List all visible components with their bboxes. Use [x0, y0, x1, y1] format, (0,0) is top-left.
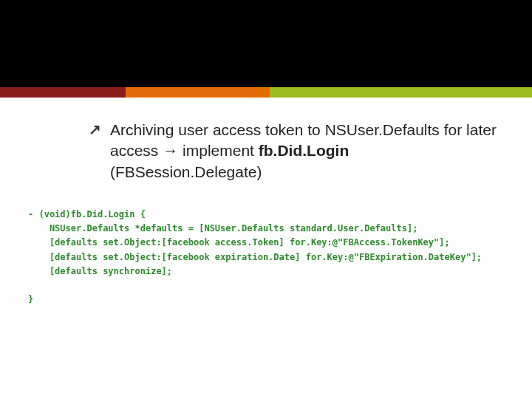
slide-header	[0, 0, 532, 87]
bullet-item: ↗ Archiving user access token to NSUser.…	[89, 120, 502, 183]
bullet-text: Archiving user access token to NSUser.De…	[110, 120, 502, 183]
slide-body: ↗ Archiving user access token to NSUser.…	[0, 98, 532, 313]
bullet-part-3: (FBSession.Delegate)	[110, 163, 262, 180]
accent-bar	[0, 87, 532, 98]
bullet-part-2: implement	[178, 142, 259, 159]
code-line-1: - (void)fb.Did.Login {	[28, 209, 146, 219]
accent-bar-red	[0, 87, 126, 98]
code-line-6: }	[28, 294, 33, 304]
code-line-2: NSUser.Defaults *defaults = [NSUser.Defa…	[28, 223, 417, 233]
inline-arrow-icon: →	[163, 142, 178, 159]
bullet-bold: fb.Did.Login	[259, 142, 349, 159]
code-line-3: [defaults set.Object:[facebook access.To…	[28, 237, 450, 248]
accent-bar-orange	[126, 87, 270, 98]
bullet-arrow-icon: ↗	[89, 120, 101, 139]
code-line-5: [defaults synchronize];	[28, 266, 172, 276]
code-snippet: - (void)fb.Did.Login { NSUser.Defaults *…	[7, 202, 532, 313]
accent-bar-green	[270, 87, 532, 98]
code-line-4: [defaults set.Object:[facebook expiratio…	[28, 252, 482, 262]
